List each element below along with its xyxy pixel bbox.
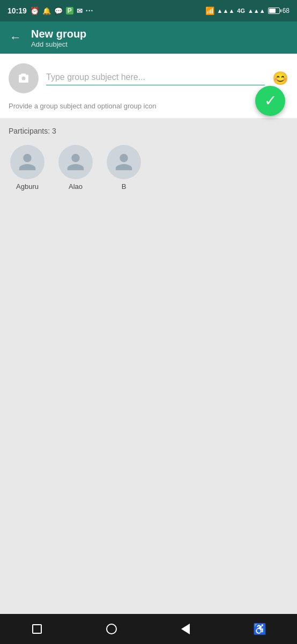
subject-input[interactable] [46, 72, 265, 85]
avatar [58, 145, 93, 179]
avatar [10, 145, 44, 179]
more-icon: ··· [86, 6, 94, 15]
person-icon [65, 152, 86, 172]
participant-name: Alao [69, 182, 83, 191]
battery-fill [269, 9, 276, 13]
alarm-icon: ⏰ [30, 6, 39, 15]
signal-icon: ▲▲▲ [217, 8, 235, 14]
subject-input-container [46, 72, 265, 85]
messenger-icon: 💬 [54, 7, 63, 15]
time-text: 10:19 [8, 6, 27, 15]
nav-square-button[interactable] [24, 618, 50, 640]
participants-section: Participants: 3 Agburu Alao B [0, 118, 297, 614]
status-icons: 📶 ▲▲▲ 4G ▲▲▲ 68 [205, 6, 289, 15]
status-time: 10:19 ⏰ 🔔 💬 P ✉ ··· [8, 6, 94, 15]
toolbar-subtitle: Add subject [31, 40, 86, 48]
check-icon: ✓ [264, 93, 277, 108]
nav-accessibility-button[interactable]: ♿ [247, 618, 273, 640]
group-icon-button[interactable] [9, 63, 39, 93]
nav-home-button[interactable] [98, 618, 125, 640]
signal2-icon: ▲▲▲ [248, 8, 265, 14]
circle-icon [106, 624, 117, 634]
toolbar: ← New group Add subject [0, 21, 297, 54]
battery-text: 68 [283, 7, 289, 14]
square-icon [32, 624, 42, 634]
wifi-icon: 📶 [205, 6, 214, 15]
avatar [107, 145, 141, 179]
list-item[interactable]: Agburu [9, 145, 46, 191]
toolbar-title-group: New group Add subject [31, 27, 86, 48]
person-icon [114, 152, 134, 172]
confirm-fab[interactable]: ✓ [255, 86, 285, 116]
subject-area: 😊 ✓ [0, 54, 297, 101]
person-icon [17, 152, 38, 172]
list-item[interactable]: B [105, 145, 143, 191]
emoji-button[interactable]: 😊 [272, 71, 288, 86]
status-bar: 10:19 ⏰ 🔔 💬 P ✉ ··· 📶 ▲▲▲ 4G ▲▲▲ 68 [0, 0, 297, 21]
back-button[interactable]: ← [8, 28, 24, 47]
subject-section: 😊 ✓ Provide a group subject and optional… [0, 54, 297, 118]
participants-label: Participants: 3 [9, 127, 288, 135]
triangle-icon [181, 624, 190, 634]
participants-list: Agburu Alao B [9, 145, 288, 191]
battery-icon [268, 8, 280, 14]
participant-name: B [122, 182, 127, 191]
clock-icon: 🔔 [42, 7, 51, 15]
camera-icon [17, 72, 30, 85]
toolbar-title: New group [31, 27, 86, 40]
parking-icon: P [66, 7, 73, 14]
accessibility-icon: ♿ [253, 623, 266, 635]
list-item[interactable]: Alao [57, 145, 94, 191]
email-icon: ✉ [77, 7, 83, 15]
helper-text-wrap: Provide a group subject and optional gro… [0, 101, 297, 118]
nav-bar: ♿ [0, 614, 297, 644]
helper-text: Provide a group subject and optional gro… [9, 102, 156, 110]
lte-icon: 4G [237, 8, 245, 14]
participant-name: Agburu [16, 182, 39, 191]
nav-back-button[interactable] [172, 618, 199, 640]
